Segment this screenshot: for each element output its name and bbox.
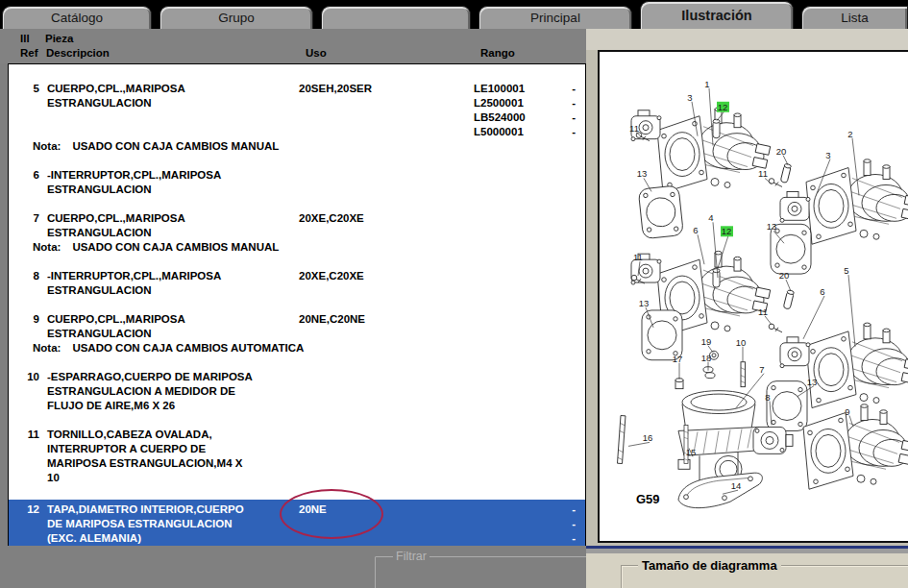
part-ref: 7 [9,211,39,240]
callout-number[interactable]: 13 [639,298,650,308]
col-pieza-label: Pieza [45,33,73,44]
callout-number[interactable]: 8 [765,392,770,403]
callout-number[interactable]: 5 [844,265,848,276]
callout-number[interactable]: 16 [643,432,653,443]
rango-end-dash: - [572,125,576,139]
part-ref: 5 [9,82,39,139]
part-rango [443,370,585,413]
callout-number[interactable]: 13 [637,169,648,180]
flat-gasket-drawing [678,473,762,507]
tab-catalogo[interactable]: Catálogo [2,6,152,29]
part-uso [299,168,443,197]
part-description-line: -INTERRUPTOR,CPL.,MARIPOSA [47,168,299,183]
part-nota: Nota:USADO CON CAJA CAMBIOS AUTOMATICA [9,341,585,355]
callout-number[interactable]: 13 [807,377,818,387]
part-description-line: CUERPO,CPL.,MARIPOSA [47,211,299,226]
illustration-svg[interactable]: 1312111320231146121311205613111910171878… [600,52,908,541]
stud-drawing-1 [618,416,626,464]
callout-number[interactable]: 2 [847,129,852,139]
callout-number[interactable]: 10 [736,337,747,348]
part-description-line: CUERPO,CPL.,MARIPOSA [47,312,299,327]
rango-end-dash: - [572,110,576,125]
part-ref: 12 [9,502,39,546]
callout-number[interactable]: 6 [820,286,824,297]
tab-ilustracion[interactable]: Ilustración [640,1,794,29]
part-description: CUERPO,CPL.,MARIPOSAESTRANGULACION [39,82,299,139]
part-row-7[interactable]: 7CUERPO,CPL.,MARIPOSAESTRANGULACION20XE,… [9,211,585,255]
tab-label: Lista [841,11,869,25]
part-description-line: MARIPOSA ESTRANGULACION,M4 X [47,456,299,471]
rango-end-dash: - [572,517,576,531]
parts-table: 5CUERPO,CPL.,MARIPOSAESTRANGULACION20SEH… [8,63,586,564]
part-rango [443,312,585,341]
part-description-line: DE MARIPOSA ESTRANGULACION [47,517,299,531]
part-description: -ESPARRAGO,CUERPO DE MARIPOSAESTRANGULAC… [39,370,299,413]
col-descripcion-label: Descripcion [46,47,110,59]
callout-number[interactable]: 15 [686,447,697,457]
callout-number[interactable]: 13 [767,221,777,232]
callout-number[interactable]: 17 [673,354,683,364]
part-row-6[interactable]: 6-INTERRUPTOR,CPL.,MARIPOSAESTRANGULACIO… [9,168,585,197]
callout-number[interactable]: 11 [758,306,768,317]
callout-number[interactable]: 1 [704,79,709,89]
rango-start: LE100001 [474,82,525,96]
part-description: CUERPO,CPL.,MARIPOSAESTRANGULACION [39,312,299,341]
rango-line: LE100001- [443,82,585,96]
callout-number[interactable]: 20 [776,146,787,157]
part-uso: 20NE [299,502,443,546]
callout-number[interactable]: 18 [701,353,712,363]
part-rango: --- [443,502,585,546]
callout-number[interactable]: 4 [708,212,713,223]
part-row-5[interactable]: 5CUERPO,CPL.,MARIPOSAESTRANGULACION20SEH… [9,82,585,154]
epc-window: CatálogoGrupoPrincipalIlustraciónLista I… [0,0,908,588]
part-description-line: ESTRANGULACION A MEDIDOR DE [47,384,299,399]
callout-number[interactable]: 11 [758,169,768,180]
gasket-drawing-1 [638,185,683,239]
part-ref: 11 [9,428,39,485]
part-uso [299,370,443,413]
part-description: CUERPO,CPL.,MARIPOSAESTRANGULACION [39,211,299,240]
callout-number[interactable]: 9 [845,406,849,417]
part-uso: 20XE,C20XE [299,269,443,298]
callout-number[interactable]: 20 [779,270,790,281]
part-row-11[interactable]: 11TORNILLO,CABEZA OVALADA,INTERRUPTOR A … [9,428,585,485]
part-row-10[interactable]: 10-ESPARRAGO,CUERPO DE MARIPOSAESTRANGUL… [9,370,585,413]
rango-start: L2500001 [474,96,524,110]
callout-number[interactable]: 3 [825,150,830,160]
callout-leader-line [803,296,824,339]
callout-number-highlighted[interactable]: 12 [722,226,732,236]
callout-number[interactable]: 3 [687,92,692,103]
col-rango-label: Rango [480,47,515,59]
part-ref: 9 [9,312,39,341]
illustration-canvas[interactable]: 1312111320231146121311205613111910171878… [598,50,908,543]
callout-number[interactable]: 6 [693,225,698,235]
filter-group-label: Filtrar [393,550,429,563]
tab-grupo[interactable]: Grupo [160,6,313,29]
screw-drawing-2 [769,179,782,187]
switch-drawing-2 [780,191,810,222]
callout-number[interactable]: 7 [759,364,764,375]
part-description-line: FLUJO DE AIRE,M6 X 26 [47,399,299,413]
callout-leader-line [849,416,853,428]
part-uso [299,428,443,485]
tab-blank[interactable] [321,6,471,29]
callout-number[interactable]: 11 [633,252,643,262]
tab-lista[interactable]: Lista [801,6,908,29]
rango-line: L2500001- [443,96,585,110]
part-description-line: -ESPARRAGO,CUERPO DE MARIPOSA [47,370,299,384]
rango-end-dash: - [572,82,576,96]
callout-number[interactable]: 19 [701,336,712,347]
tab-label: Grupo [218,11,255,25]
tab-principal[interactable]: Principal [479,6,632,29]
callout-number[interactable]: 14 [731,480,742,491]
part-row-9[interactable]: 9CUERPO,CPL.,MARIPOSAESTRANGULACION20NE,… [9,312,585,355]
part-description-line: 10 [47,471,299,485]
cap-drawing-2 [713,269,720,287]
diagram-size-group: Tamaño de diagramma [621,558,908,588]
switch-drawing-4 [780,337,810,368]
figure-label: G59 [636,492,660,506]
callout-number-highlighted[interactable]: 12 [718,102,728,112]
callout-number[interactable]: 11 [629,123,639,134]
rango-start: L5000001 [474,125,524,139]
part-row-8[interactable]: 8-INTERRUPTOR,CPL.,MARIPOSAESTRANGULACIO… [9,269,585,298]
